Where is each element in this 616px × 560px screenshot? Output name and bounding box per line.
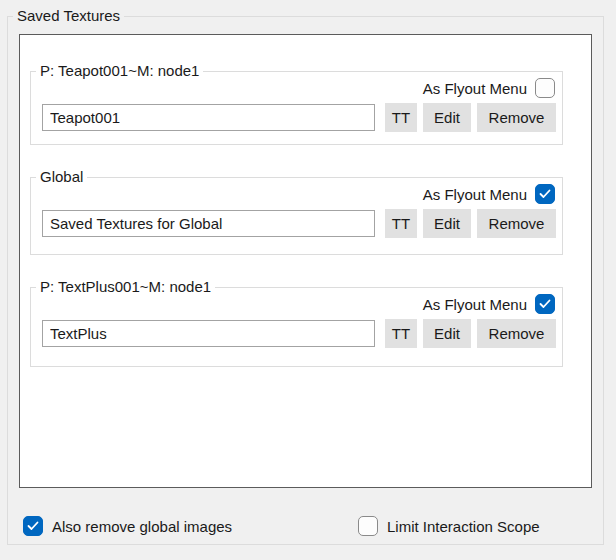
flyout-menu-label: As Flyout Menu <box>423 186 527 203</box>
flyout-menu-label: As Flyout Menu <box>423 80 527 97</box>
texture-group-textplus001: P: TextPlus001~M: node1 As Flyout Menu T… <box>30 287 563 367</box>
remove-button[interactable]: Remove <box>477 209 556 238</box>
remove-button[interactable]: Remove <box>477 319 556 348</box>
texture-group-title: Global <box>36 167 87 187</box>
tt-button[interactable]: TT <box>385 103 417 132</box>
flyout-menu-label: As Flyout Menu <box>423 296 527 313</box>
flyout-row: As Flyout Menu <box>31 184 555 204</box>
texture-io-row: TT Edit Remove <box>42 209 556 238</box>
texture-group-title: P: Teapot001~M: node1 <box>36 61 203 81</box>
texture-group-global: Global As Flyout Menu TT Edit Remove <box>30 177 563 255</box>
texture-name-input[interactable] <box>42 104 375 131</box>
tt-button[interactable]: TT <box>385 209 417 238</box>
also-remove-global-images-label: Also remove global images <box>52 518 232 535</box>
checkmark-icon <box>539 189 551 199</box>
saved-textures-groupbox: Saved Textures P: Teapot001~M: node1 As … <box>7 16 604 545</box>
texture-io-row: TT Edit Remove <box>42 319 556 348</box>
tt-button[interactable]: TT <box>385 319 417 348</box>
flyout-row: As Flyout Menu <box>31 294 555 314</box>
texture-group-teapot001: P: Teapot001~M: node1 As Flyout Menu TT … <box>30 71 563 145</box>
flyout-menu-checkbox[interactable] <box>535 294 555 314</box>
edit-button[interactable]: Edit <box>423 209 471 238</box>
flyout-menu-checkbox[interactable] <box>535 78 555 98</box>
remove-button[interactable]: Remove <box>477 103 556 132</box>
checkmark-icon <box>539 299 551 309</box>
flyout-row: As Flyout Menu <box>31 78 555 98</box>
also-remove-global-images-option: Also remove global images <box>23 516 232 536</box>
texture-io-row: TT Edit Remove <box>42 103 556 132</box>
limit-interaction-scope-checkbox[interactable] <box>358 516 378 536</box>
limit-interaction-scope-option: Limit Interaction Scope <box>358 516 540 536</box>
texture-name-input[interactable] <box>42 210 375 237</box>
texture-name-input[interactable] <box>42 320 375 347</box>
edit-button[interactable]: Edit <box>423 319 471 348</box>
textures-panel: P: Teapot001~M: node1 As Flyout Menu TT … <box>19 34 592 488</box>
flyout-menu-checkbox[interactable] <box>535 184 555 204</box>
saved-textures-title: Saved Textures <box>13 6 124 26</box>
limit-interaction-scope-label: Limit Interaction Scope <box>387 518 540 535</box>
texture-group-title: P: TextPlus001~M: node1 <box>36 277 215 297</box>
also-remove-global-images-checkbox[interactable] <box>23 516 43 536</box>
checkmark-icon <box>27 521 39 531</box>
edit-button[interactable]: Edit <box>423 103 471 132</box>
